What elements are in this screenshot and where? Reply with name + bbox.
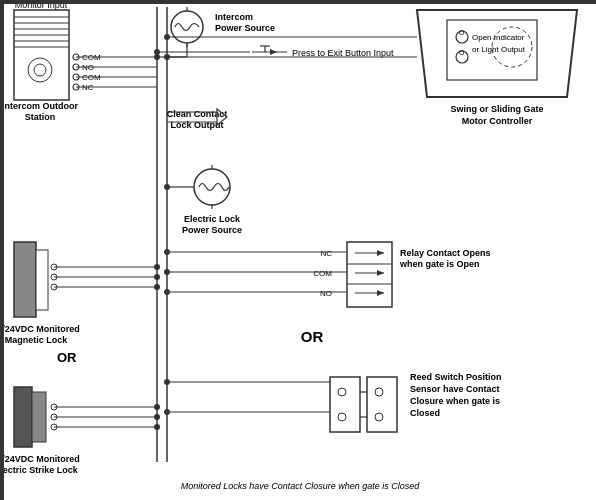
svg-text:Closure when gate is: Closure when gate is <box>410 396 500 406</box>
svg-text:Swing or Sliding Gate: Swing or Sliding Gate <box>450 104 543 114</box>
svg-text:COM: COM <box>313 269 332 278</box>
svg-text:Motor Controller: Motor Controller <box>462 116 533 126</box>
svg-point-121 <box>375 413 383 421</box>
svg-text:Electric Strike Lock: Electric Strike Lock <box>2 465 79 475</box>
svg-rect-69 <box>32 392 46 442</box>
svg-rect-95 <box>347 242 392 307</box>
svg-point-113 <box>164 269 170 275</box>
svg-point-128 <box>164 379 170 385</box>
svg-point-120 <box>375 388 383 396</box>
svg-text:O: O <box>459 29 465 36</box>
svg-text:Relay Contact Opens: Relay Contact Opens <box>400 248 491 258</box>
svg-text:or Light Output: or Light Output <box>472 45 526 54</box>
svg-text:Intercom Outdoor: Intercom Outdoor <box>2 101 78 111</box>
svg-text:Magnetic Lock: Magnetic Lock <box>5 335 69 345</box>
svg-text:Power Source: Power Source <box>215 23 275 33</box>
svg-text:OR: OR <box>301 328 324 345</box>
svg-point-78 <box>154 404 160 410</box>
svg-text:12/24VDC Monitored: 12/24VDC Monitored <box>2 324 80 334</box>
svg-text:Closed: Closed <box>410 408 440 418</box>
svg-point-9 <box>34 64 46 76</box>
svg-rect-116 <box>330 377 360 432</box>
svg-point-80 <box>154 424 160 430</box>
svg-text:NC: NC <box>320 249 332 258</box>
svg-rect-54 <box>14 242 36 317</box>
svg-text:Reed Switch Position: Reed Switch Position <box>410 372 502 382</box>
svg-point-114 <box>164 289 170 295</box>
svg-point-65 <box>154 274 160 280</box>
svg-text:Power Source: Power Source <box>182 225 242 235</box>
svg-rect-117 <box>367 377 397 432</box>
svg-point-112 <box>164 249 170 255</box>
svg-text:OR: OR <box>57 350 77 365</box>
svg-text:Monitored Locks have Contact C: Monitored Locks have Contact Closure whe… <box>181 481 421 491</box>
svg-point-66 <box>154 284 160 290</box>
svg-point-41 <box>154 49 160 55</box>
wiring-diagram: Monitor Input COM NO COM NC Intercom Out… <box>0 0 596 500</box>
svg-text:when gate is Open: when gate is Open <box>399 259 480 269</box>
svg-point-118 <box>338 388 346 396</box>
svg-rect-68 <box>14 387 32 447</box>
svg-text:Station: Station <box>25 112 56 122</box>
svg-text:Open Indicator: Open Indicator <box>472 33 525 42</box>
svg-text:Electric Lock: Electric Lock <box>184 214 241 224</box>
svg-point-64 <box>154 264 160 270</box>
svg-text:O: O <box>459 49 465 56</box>
svg-text:12/24VDC Monitored: 12/24VDC Monitored <box>2 454 80 464</box>
svg-point-94 <box>164 54 170 60</box>
svg-point-53 <box>164 184 170 190</box>
svg-text:Sensor have Contact: Sensor have Contact <box>410 384 500 394</box>
svg-text:NO: NO <box>320 289 332 298</box>
svg-point-79 <box>154 414 160 420</box>
svg-point-119 <box>338 413 346 421</box>
svg-rect-55 <box>36 250 48 310</box>
svg-text:Intercom: Intercom <box>215 12 253 22</box>
svg-point-93 <box>164 34 170 40</box>
svg-point-21 <box>171 11 203 43</box>
svg-point-129 <box>164 409 170 415</box>
